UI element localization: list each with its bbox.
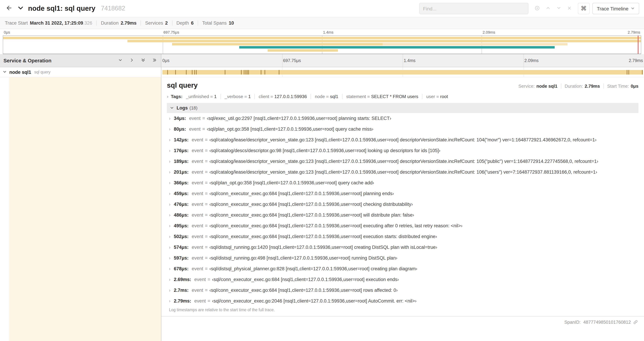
services-label: Services (145, 21, 163, 26)
log-timestamp: 142μs: (174, 137, 189, 142)
tag-separator (220, 94, 221, 99)
double-chevron-right-icon (152, 58, 157, 63)
link-icon[interactable] (633, 320, 638, 324)
log-row[interactable]: ›476μs:event=‹sql/conn_executor_exec.go:… (167, 199, 638, 210)
trace-collapse-toggle[interactable] (16, 4, 24, 13)
log-field-key: event (192, 169, 203, 175)
log-row[interactable]: ›189μs:event=‹sql/catalog/lease/descript… (167, 156, 638, 167)
log-equals: = (205, 223, 208, 228)
log-field-value: ‹sql/conn_executor_exec.go:684 [nsql1,cl… (209, 223, 462, 228)
span-row-timeline[interactable] (161, 67, 644, 77)
find-input[interactable] (419, 3, 528, 14)
log-row[interactable]: ›495μs:event=‹sql/conn_executor_exec.go:… (167, 220, 638, 231)
span-id-label: SpanID: (564, 319, 582, 325)
top-bar: node sql1: sql query 7418682 (0, 0, 644, 17)
log-row[interactable]: ›201μs:event=‹sql/catalog/lease/descript… (167, 167, 638, 177)
span-log-tick (196, 70, 197, 75)
log-timestamp: 495μs: (174, 223, 189, 228)
log-row[interactable]: ›80μs:event=‹sql/plan_opt.go:358 [nsql1,… (167, 124, 638, 134)
find-clear-button[interactable] (566, 5, 572, 12)
log-row[interactable]: ›678μs:event=‹sql/distsql_physical_plann… (167, 263, 638, 274)
expand-all-button[interactable] (152, 57, 158, 64)
service-value: node sql1 (536, 84, 557, 89)
chevron-right-icon (130, 58, 134, 63)
chevron-down-icon[interactable] (3, 69, 6, 75)
span-log-tick (627, 70, 628, 75)
log-row[interactable]: ›2.79ms:event=‹sql/conn_executor_exec.go… (167, 296, 638, 306)
find-next-button[interactable] (556, 5, 562, 12)
log-timestamp: 486μs: (174, 212, 189, 218)
log-field-key: event (192, 234, 203, 239)
logs-list: ›34μs:event=‹sql/exec_util.go:2297 [nsql… (167, 113, 638, 306)
log-field-value: ‹sql/catalog/lease/descriptor_version_st… (209, 169, 597, 175)
log-row[interactable]: ›597μs:event=‹sql/distsql_running.go:498… (167, 253, 638, 263)
tag-value: 1 (214, 94, 216, 99)
divider (96, 21, 97, 26)
timeline-tick-label: 0μs (162, 58, 170, 63)
log-field-key: event (189, 116, 201, 121)
timeline-tick-label: 0μs (4, 30, 10, 34)
chevron-right-icon: › (169, 255, 174, 261)
tag-key: _verbose (224, 94, 243, 99)
collapse-controls (117, 57, 158, 64)
log-field-key: event (192, 137, 203, 142)
log-field-value: ‹sql/plan_opt.go:358 [nsql1,client=127.0… (207, 127, 373, 132)
trace-timeline-dropdown[interactable]: Trace Timeline (592, 3, 639, 14)
tag-separator (422, 94, 422, 99)
top-bar-left: node sql1: sql query 7418682 (5, 4, 125, 13)
log-field-value: ‹sql/catalog/descs/descriptor.go:98 [nsq… (209, 148, 440, 153)
divider (198, 21, 198, 26)
logs-label: Logs (176, 105, 188, 111)
minimap-span (172, 43, 382, 45)
log-row[interactable]: ›176μs:event=‹sql/catalog/descs/descript… (167, 145, 638, 156)
trace-timeline-label: Trace Timeline (597, 6, 628, 11)
log-row[interactable]: ›34μs:event=‹sql/exec_util.go:2297 [nsql… (167, 113, 638, 124)
log-timestamp: 176μs: (174, 148, 189, 153)
find-match-button[interactable] (534, 5, 540, 12)
chevron-down-icon (556, 6, 561, 12)
log-row[interactable]: ›366μs:event=‹sql/plan_opt.go:358 [nsql1… (167, 177, 638, 188)
expand-one-button[interactable] (129, 57, 135, 64)
log-row[interactable]: ›2.7ms:event=‹sql/conn_executor_exec.go:… (167, 285, 638, 296)
divider (561, 84, 561, 89)
span-log-tick (642, 70, 643, 75)
keyboard-shortcuts-button[interactable]: ⌘ (578, 3, 590, 14)
log-row[interactable]: ›574μs:event=‹sql/distsql_running.go:142… (167, 242, 638, 253)
depth-label: Depth (176, 21, 189, 26)
log-row[interactable]: ›142μs:event=‹sql/catalog/lease/descript… (167, 134, 638, 145)
tag-equals: = (209, 94, 214, 99)
log-field-value: ‹sql/conn_executor_exec.go:2046 [nsql1,c… (212, 298, 416, 303)
divider (603, 84, 604, 89)
chevron-right-icon: › (169, 212, 174, 218)
log-field-value: ‹sql/exec_util.go:2297 [nsql1,client=127… (207, 116, 391, 121)
collapse-all-button[interactable] (140, 57, 146, 64)
chevron-down-icon (631, 6, 635, 11)
log-row[interactable]: ›459μs:event=‹sql/conn_executor_exec.go:… (167, 188, 638, 199)
logs-footnote: Log timestamps are relative to the start… (169, 308, 638, 312)
tag-separator (311, 94, 311, 99)
chevron-right-icon: › (169, 298, 174, 303)
find-prev-button[interactable] (545, 5, 551, 12)
collapse-one-button[interactable] (117, 57, 123, 64)
logs-section-header[interactable]: Logs (18) (167, 103, 638, 113)
tag-value: root (440, 94, 448, 99)
log-row[interactable]: ›2.69ms:event=‹sql/conn_executor_exec.go… (167, 274, 638, 285)
depth-value: 6 (191, 21, 194, 26)
span-row: node sql1 sql query (0, 67, 644, 77)
span-detail-meta: Service: node sql1 Duration: 2.79ms Star… (518, 84, 638, 89)
minimap-canvas[interactable] (3, 35, 641, 54)
back-button[interactable] (5, 4, 13, 13)
tags-row[interactable]: › Tags: _unfinished = 1_verbose = 1clien… (167, 94, 638, 99)
log-equals: = (205, 288, 208, 293)
chevron-right-icon: › (169, 234, 174, 239)
span-row-name-cell[interactable]: node sql1 sql query (0, 67, 161, 77)
span-duration-bar[interactable] (162, 70, 643, 75)
log-row[interactable]: ›486μs:event=‹sql/conn_executor_exec.go:… (167, 210, 638, 220)
log-timestamp: 2.69ms: (174, 277, 191, 282)
total-spans-value: 10 (229, 21, 234, 26)
tag-item: user = root (426, 94, 448, 99)
log-row[interactable]: ›502μs:event=‹sql/conn_executor_exec.go:… (167, 231, 638, 242)
log-field-value: ‹sql/distsql_running.go:498 [nsql1,clien… (209, 255, 397, 261)
span-detail-panel: sql query Service: node sql1 Duration: 2… (161, 77, 644, 341)
span-log-tick (175, 70, 176, 75)
